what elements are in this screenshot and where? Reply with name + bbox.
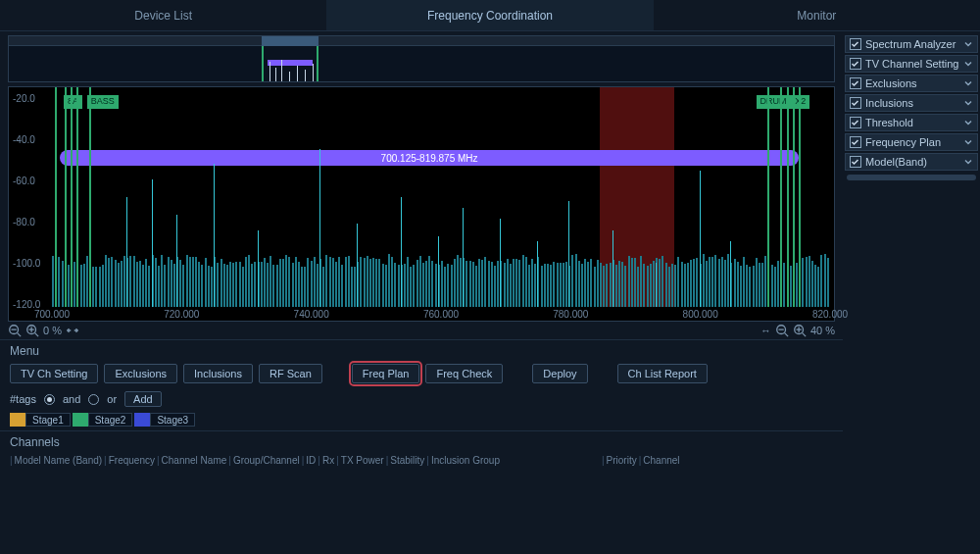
chevron-down-icon bbox=[963, 118, 973, 127]
column-header[interactable]: Group/Channel bbox=[233, 455, 300, 466]
or-radio[interactable] bbox=[88, 394, 99, 405]
overview-window[interactable] bbox=[262, 46, 318, 81]
chlist-button[interactable]: Ch List Report bbox=[617, 364, 708, 383]
column-header[interactable]: Channel bbox=[643, 455, 679, 466]
column-header[interactable]: Priority bbox=[607, 455, 637, 466]
tags-label: #tags bbox=[10, 393, 36, 405]
channels-section: Channels | Model Name (Band) | Frequency… bbox=[0, 430, 843, 470]
column-header[interactable]: Frequency bbox=[109, 455, 155, 466]
checkbox-icon bbox=[850, 38, 861, 50]
zoom-bar: 0 % ↔ 40 % bbox=[8, 324, 835, 337]
layer-toggle[interactable]: Inclusions bbox=[845, 94, 978, 112]
layer-toggle[interactable]: Threshold bbox=[845, 114, 978, 131]
overview-ruler bbox=[9, 36, 834, 46]
tvch-button[interactable]: TV Ch Setting bbox=[10, 364, 98, 383]
menu-title: Menu bbox=[10, 344, 833, 358]
tab-monitor[interactable]: Monitor bbox=[654, 0, 980, 30]
layers-sidebar: Spectrum AnalyzerTV Channel SettingExclu… bbox=[843, 31, 980, 470]
layer-toggle[interactable]: Exclusions bbox=[845, 75, 978, 92]
zoom-in-icon[interactable] bbox=[25, 324, 39, 337]
add-tag-button[interactable]: Add bbox=[124, 391, 162, 407]
checkbox-icon bbox=[850, 156, 861, 168]
zoom-out-icon[interactable] bbox=[775, 324, 789, 337]
x-axis: 700.000720.000740.000760.000780.000800.0… bbox=[52, 307, 830, 321]
sidebar-scrollbar[interactable] bbox=[847, 175, 976, 180]
inclusions-button[interactable]: Inclusions bbox=[183, 364, 253, 383]
chevron-down-icon bbox=[963, 137, 973, 147]
fit-icon[interactable] bbox=[66, 324, 79, 337]
column-header[interactable]: Model Name (Band) bbox=[15, 455, 102, 466]
tag-chip[interactable]: Stage2 bbox=[73, 413, 133, 427]
layer-toggle[interactable]: TV Channel Setting bbox=[845, 55, 978, 73]
column-header[interactable]: TX Power bbox=[341, 455, 384, 466]
column-header[interactable]: Inclusion Group bbox=[431, 455, 500, 466]
chevron-down-icon bbox=[963, 98, 973, 108]
checkbox-icon bbox=[850, 58, 861, 70]
column-header[interactable]: Rx bbox=[322, 455, 334, 466]
tab-device-list[interactable]: Device List bbox=[0, 0, 326, 30]
inclusion-band: 700.125-819.875 MHz bbox=[60, 150, 799, 166]
menu-section: Menu TV Ch Setting Exclusions Inclusions… bbox=[0, 339, 843, 430]
tab-freq-coord[interactable]: Frequency Coordination bbox=[326, 0, 653, 30]
channel-columns: | Model Name (Band) | Frequency | Channe… bbox=[10, 455, 833, 466]
column-header[interactable]: Channel Name bbox=[162, 455, 227, 466]
overview-strip[interactable] bbox=[8, 35, 835, 82]
chevron-down-icon bbox=[963, 157, 973, 167]
zoom-out-icon[interactable] bbox=[8, 324, 22, 337]
column-header[interactable]: Stability bbox=[390, 455, 424, 466]
channels-title: Channels bbox=[10, 435, 833, 449]
marker-label: DRUM bbox=[757, 95, 791, 109]
main-tabs: Device List Frequency Coordination Monit… bbox=[0, 0, 980, 31]
pan-icon[interactable]: ↔ bbox=[760, 325, 771, 336]
checkbox-icon bbox=[850, 136, 861, 148]
chevron-down-icon bbox=[963, 39, 973, 49]
layer-toggle[interactable]: Model(Band) bbox=[845, 153, 978, 171]
layer-toggle[interactable]: Spectrum Analyzer bbox=[845, 35, 978, 53]
y-axis: -20.0-40.0-60.0-80.0-100.0-120.0 bbox=[9, 87, 52, 307]
rfscan-button[interactable]: RF Scan bbox=[259, 364, 322, 383]
zoom-left-pct: 0 % bbox=[43, 325, 62, 336]
marker-label: 8A bbox=[64, 95, 82, 109]
deploy-button[interactable]: Deploy bbox=[532, 364, 587, 383]
and-radio[interactable] bbox=[44, 394, 55, 405]
freqcheck-button[interactable]: Freq Check bbox=[425, 364, 503, 383]
checkbox-icon bbox=[850, 117, 861, 128]
tag-chip[interactable]: Stage3 bbox=[134, 413, 195, 427]
tag-chips: Stage1Stage2Stage3 bbox=[10, 413, 833, 427]
zoom-in-icon[interactable] bbox=[793, 324, 807, 337]
exclusions-button[interactable]: Exclusions bbox=[104, 364, 177, 383]
freqplan-button[interactable]: Freq Plan bbox=[352, 364, 420, 383]
tag-chip[interactable]: Stage1 bbox=[10, 413, 71, 427]
chevron-down-icon bbox=[963, 78, 973, 88]
spectrum-plot[interactable]: -20.0-40.0-60.0-80.0-100.0-120.0 700.000… bbox=[8, 86, 835, 322]
chevron-down-icon bbox=[963, 59, 973, 69]
layer-toggle[interactable]: Frequency Plan bbox=[845, 133, 978, 151]
column-header[interactable]: ID bbox=[306, 455, 316, 466]
checkbox-icon bbox=[850, 97, 861, 109]
checkbox-icon bbox=[850, 77, 861, 89]
marker-label: BASS bbox=[87, 95, 119, 109]
zoom-right-pct: 40 % bbox=[810, 325, 835, 336]
